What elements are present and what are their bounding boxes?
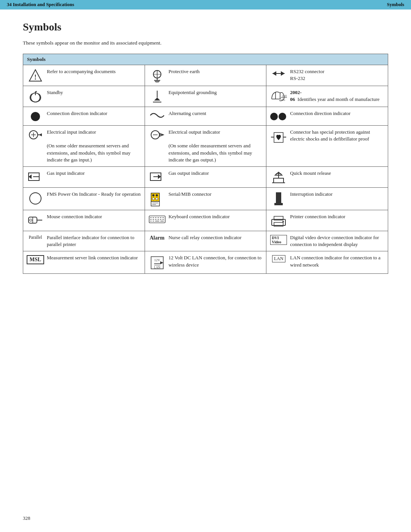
cell-dvi: DVI Video Digital video device connectio…	[266, 231, 388, 251]
ac-text: Alternating current	[169, 110, 263, 117]
gas-out-icon	[149, 170, 166, 183]
cell-equi: Equipotential grounding	[145, 86, 266, 107]
svg-rect-57	[274, 203, 283, 205]
svg-point-52	[156, 198, 158, 200]
svg-point-22	[270, 113, 278, 120]
lan-label: LAN	[272, 255, 285, 262]
svg-marker-15	[154, 97, 160, 101]
year-icon: 2002- 06	[270, 89, 287, 104]
warning-icon: !	[27, 68, 44, 82]
cell-rs232: RS232 connectorRS-232	[266, 65, 388, 86]
cell-earth: Protective earth	[145, 65, 266, 86]
table-row: Gas input indicator Gas output indicator	[23, 166, 388, 187]
svg-point-50	[156, 194, 158, 197]
svg-point-61	[30, 219, 32, 221]
elec-out-icon	[149, 129, 166, 140]
header-left: 34 Installation and Specifications	[7, 2, 74, 8]
rs232-text: RS232 connectorRS-232	[290, 68, 384, 82]
cell-mouse: Mouse connection indicator	[23, 210, 145, 231]
svg-marker-89	[160, 261, 163, 264]
msl-icon: MSL	[27, 254, 44, 264]
alarm-icon: Alarm	[149, 234, 166, 241]
svg-point-82	[282, 221, 284, 222]
printer-icon	[270, 213, 287, 228]
gas-in-text: Gas input indicator	[47, 170, 141, 177]
svg-marker-41	[158, 174, 161, 179]
svg-rect-56	[276, 192, 281, 203]
table-row: Electrical input indicator(On some older…	[23, 126, 388, 167]
dvi-video-label: DVI Video	[270, 235, 287, 245]
rs232-icon	[270, 68, 287, 78]
equi-icon	[149, 89, 166, 104]
svg-marker-11	[272, 71, 276, 76]
cell-elec-in: Electrical input indicator(On some older…	[23, 126, 145, 167]
table-row: Connection direction indicator Alternati…	[23, 107, 388, 126]
ac-icon	[149, 110, 166, 120]
svg-point-51	[152, 198, 155, 200]
cell-gas-out: Gas output indicator	[145, 166, 266, 187]
svg-point-23	[279, 113, 286, 120]
conn-dir-single-text: Connection direction indicator	[47, 110, 141, 117]
cell-elec-out: Electrical output indicator(On some olde…	[145, 126, 266, 167]
printer-text: Printer connection indicator	[290, 213, 384, 220]
table-row: Standby Equipotential grounding	[23, 86, 388, 107]
svg-point-49	[152, 194, 155, 197]
parallel-desc-text: Parallel interface indicator for connect…	[47, 234, 141, 248]
elec-out-text: Electrical output indicator(On some olde…	[169, 129, 263, 163]
interrupt-icon	[270, 191, 287, 206]
svg-text:12V: 12V	[154, 258, 160, 262]
conn-dir-double-text: Connection direction indicator	[290, 110, 384, 117]
fms-text: FMS Power On Indicator - Ready for opera…	[47, 191, 141, 198]
cell-gas-in: Gas input indicator	[23, 166, 145, 187]
cell-ac: Alternating current	[145, 107, 266, 126]
table-header: Symbols	[23, 54, 388, 65]
mouse-text: Mouse connection indicator	[47, 213, 141, 220]
12vlan-icon: 12V LAN	[149, 254, 166, 270]
gas-out-text: Gas output indicator	[169, 170, 263, 177]
msl-label: MSL	[27, 255, 44, 264]
dot-double-icon	[270, 110, 287, 122]
table-row: Mouse connection indicator	[23, 210, 388, 231]
svg-text:!: !	[34, 73, 37, 81]
svg-rect-48	[151, 193, 159, 201]
elec-in-text: Electrical input indicator(On some older…	[47, 129, 141, 163]
cell-standby: Standby	[23, 86, 145, 107]
table-row: ! Refer to accompanying documents	[23, 65, 388, 86]
heart-text: Connector has special protection against…	[290, 129, 384, 142]
parallel-text-label: Parallel	[29, 235, 42, 240]
table-row: Parallel Parallel interface indicator fo…	[23, 231, 388, 251]
quick-mount-text: Quick mount release	[290, 170, 384, 177]
svg-marker-10	[281, 71, 285, 76]
page-title: Symbols	[23, 21, 388, 33]
dot-single-icon	[27, 110, 44, 122]
lan-text: LAN connection indicator for connection …	[290, 254, 384, 268]
svg-marker-26	[39, 133, 42, 136]
page-number: 328	[23, 515, 30, 521]
standby-text: Standby	[47, 89, 141, 96]
cell-conn-dir-single: Connection direction indicator	[23, 107, 145, 126]
parallel-icon: Parallel	[27, 234, 44, 240]
cell-serial: Serial/MIB connector	[145, 187, 266, 210]
earth-icon	[149, 68, 166, 83]
svg-text:LAN: LAN	[154, 266, 160, 269]
dvi-icon: DVI Video	[270, 234, 287, 245]
symbols-table: Symbols ! Refer to accompanying document…	[23, 54, 388, 274]
lan-icon: LAN	[270, 254, 287, 262]
elec-in-icon	[27, 129, 44, 140]
dvi-text: Digital video device connection indicato…	[290, 234, 384, 248]
table-row: MSL Measurement server link connection i…	[23, 251, 388, 274]
svg-text:2002-: 2002-	[282, 94, 287, 98]
alarm-label: Alarm	[150, 235, 164, 241]
cell-alarm: Alarm Nurse call relay connection indica…	[145, 231, 266, 251]
serial-icon	[149, 191, 166, 207]
header-right: Symbols	[387, 2, 404, 8]
cell-year: 2002- 06 2002-06 Identifies year and mon…	[266, 86, 388, 107]
page-content: Symbols These symbols appear on the moni…	[0, 10, 411, 289]
serial-text: Serial/MIB connector	[169, 191, 263, 198]
cell-conn-dir-double: Connection direction indicator	[266, 107, 388, 126]
svg-point-47	[30, 193, 41, 204]
cell-warning: ! Refer to accompanying documents	[23, 65, 145, 86]
earth-text: Protective earth	[169, 68, 263, 75]
cell-quick-mount: Quick mount release	[266, 166, 388, 187]
alarm-text: Nurse call relay connection indicator	[169, 234, 263, 241]
